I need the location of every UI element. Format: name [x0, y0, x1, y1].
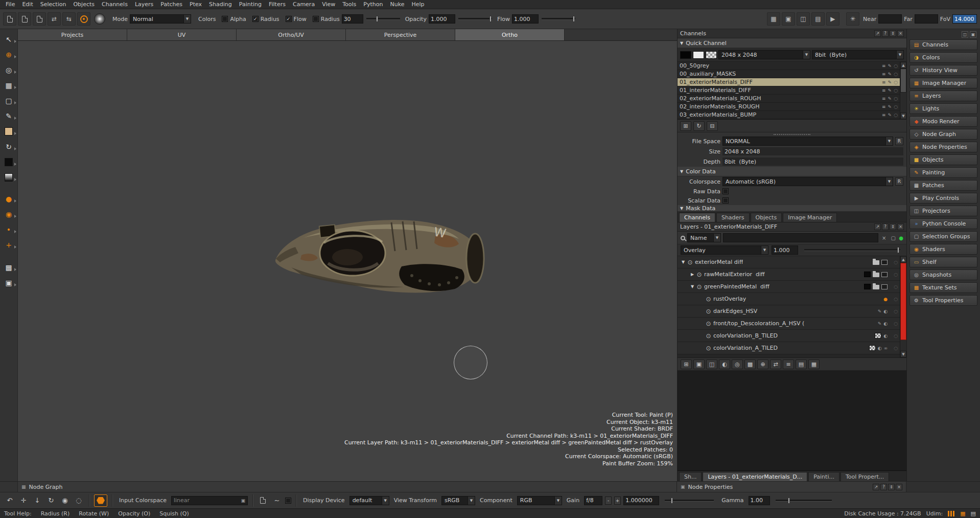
tab-channels[interactable]: Channels — [679, 213, 715, 222]
visibility-icon[interactable]: ⊙ — [695, 271, 703, 278]
edit-icon[interactable]: ✎ — [888, 63, 892, 69]
grid-view-icon[interactable]: ▦ — [808, 359, 820, 369]
add-layer-icon[interactable]: ⊞ — [681, 359, 692, 369]
menu-item-filters[interactable]: Filters — [265, 1, 289, 8]
tab-layers-panel[interactable]: Layers - 01_exteriorMaterials_D... — [703, 472, 807, 481]
cache-icon[interactable]: ◌ — [894, 104, 898, 109]
cache-icon[interactable]: ◌ — [894, 63, 898, 69]
panel-button-history-view[interactable]: ↺History View — [909, 65, 977, 76]
add-adjustment-icon[interactable]: ◐ — [719, 359, 730, 369]
visibility-icon[interactable]: ⊙ — [705, 320, 712, 327]
focus-view-icon[interactable]: ◉ — [59, 495, 71, 506]
resize-icon[interactable]: ⇕ — [890, 30, 896, 37]
tab-objects[interactable]: Objects — [751, 213, 782, 222]
cache-icon[interactable]: ◌ — [894, 309, 898, 314]
scroll-track[interactable] — [900, 69, 906, 112]
panel-button-play-controls[interactable]: ▶Play Controls — [909, 193, 977, 204]
list-icon[interactable]: ≡ — [882, 96, 886, 101]
opacity-slider[interactable] — [458, 18, 492, 20]
patch-grid-tool-icon[interactable]: ▦ — [3, 80, 14, 91]
tab-image-manager[interactable]: Image Manager — [783, 213, 837, 222]
curve-icon[interactable]: ~ — [271, 495, 283, 506]
panel-button-selection-groups[interactable]: ▢Selection Groups — [909, 231, 977, 242]
cache-icon[interactable]: ◌ — [894, 297, 898, 302]
visibility-icon[interactable]: ⊙ — [695, 283, 703, 290]
levels-icon[interactable]: ▦ — [960, 510, 965, 517]
layer-row[interactable]: ▶ ⊙ rawMetalExterior diff ◌ — [678, 268, 900, 281]
menu-item-objects[interactable]: Objects — [69, 1, 98, 8]
expander-icon[interactable]: ▼ — [689, 284, 695, 289]
collapse-icon[interactable]: ▼ — [680, 41, 683, 46]
color-data-section[interactable]: ▼ Color Data — [678, 167, 906, 176]
menu-item-layers[interactable]: Layers — [131, 1, 157, 8]
cache-icon[interactable]: ◌ — [894, 333, 898, 339]
extra-link-checkbox[interactable] — [313, 16, 319, 22]
swap-colors-icon[interactable]: ↻ — [3, 142, 14, 152]
edit-icon[interactable]: ✎ — [888, 80, 892, 85]
udim-grid-icon[interactable]: ▤ — [971, 510, 976, 517]
small-thumbs-icon[interactable]: ▤ — [796, 359, 807, 369]
menu-item-view[interactable]: View — [318, 1, 339, 8]
slider-handle[interactable] — [376, 16, 378, 22]
opacity-input[interactable] — [429, 14, 455, 24]
scroll-up-icon[interactable]: ▲ — [900, 256, 906, 263]
cache-icon[interactable]: ◌ — [894, 96, 898, 101]
file-space-dropdown[interactable]: NORMAL ▼ — [722, 137, 893, 146]
gamma-input[interactable] — [749, 496, 770, 505]
help-icon[interactable]: ? — [882, 223, 889, 230]
panel-button-shaders[interactable]: ◉Shaders — [909, 244, 977, 255]
channel-row[interactable]: 02_exteriorMaterials_ROUGH ≡ ✎ ◌ — [678, 95, 900, 103]
menu-item-camera[interactable]: Camera — [289, 1, 318, 8]
lut-icon[interactable] — [258, 495, 269, 506]
edit-icon[interactable]: ✎ — [888, 104, 892, 109]
tab-tool-properties[interactable]: Tool Propert... — [841, 472, 889, 481]
slider-handle[interactable] — [671, 498, 673, 504]
resize-icon[interactable]: ⇕ — [890, 223, 896, 230]
import-icon[interactable]: ⇄ — [48, 12, 61, 26]
filter-mode-dropdown[interactable]: Name ▼ — [687, 233, 721, 242]
edit-icon[interactable]: ✎ — [888, 96, 892, 101]
open-icon[interactable] — [18, 12, 31, 26]
list-icon[interactable]: ≡ — [882, 63, 886, 69]
float-panel-icon[interactable]: ◫ — [962, 31, 968, 38]
panel-button-image-manager[interactable]: ▦Image Manager — [909, 78, 977, 88]
panel-button-objects[interactable]: ■Objects — [909, 154, 977, 165]
menu-item-shading[interactable]: Shading — [205, 1, 236, 8]
visibility-icon[interactable]: ⊙ — [705, 296, 712, 303]
view-transform-dropdown[interactable]: sRGB ▼ — [441, 496, 475, 505]
menu-item-channels[interactable]: Channels — [98, 1, 131, 8]
edit-icon[interactable]: ✎ — [888, 112, 892, 118]
near-input[interactable] — [878, 14, 902, 24]
gradient-swatch[interactable] — [3, 172, 14, 183]
reset-button[interactable]: R — [895, 177, 903, 186]
cache-icon[interactable]: ◌ — [894, 260, 898, 265]
panel-button-modo-render[interactable]: ◆Modo Render — [909, 116, 977, 127]
menu-item-edit[interactable]: Edit — [18, 1, 36, 8]
duplicate-layer-icon[interactable]: ◫ — [706, 359, 717, 369]
layer-row[interactable]: ⊙ colorVariation_A_TILED ◐ ∞ ◌ — [678, 342, 900, 354]
cache-icon[interactable]: ◌ — [894, 321, 898, 326]
far-input[interactable] — [915, 14, 938, 24]
transfer-layer-icon[interactable]: ⇄ — [770, 359, 781, 369]
layer-row[interactable]: ⊙ rustOverlay ● ◌ — [678, 293, 900, 305]
panel-button-layers[interactable]: ≡Layers — [909, 91, 977, 101]
channel-scrollbar[interactable]: ▲ ▼ — [900, 62, 906, 119]
add-tool-icon[interactable]: + — [3, 240, 14, 250]
panel-button-node-properties[interactable]: ◈Node Properties — [909, 142, 977, 152]
visibility-icon[interactable]: ⊙ — [705, 308, 712, 315]
slider-handle[interactable] — [573, 16, 575, 22]
black-color-swatch[interactable] — [680, 51, 691, 59]
layer-row[interactable]: ⊙ front/top_Descoloration_A_HSV ( ✎ ◐ ◌ — [678, 318, 900, 330]
flow-input[interactable] — [512, 14, 539, 24]
viewport-tab-uv[interactable]: UV — [127, 29, 237, 40]
dock-panel-icon[interactable]: ▣ — [970, 31, 976, 38]
collapse-icon[interactable]: ▼ — [680, 169, 683, 174]
menu-item-nuke[interactable]: Nuke — [387, 1, 408, 8]
new-icon[interactable] — [3, 12, 16, 26]
reset-button[interactable]: R — [895, 137, 903, 145]
brush-tip-preview[interactable] — [94, 13, 105, 25]
collapse-icon[interactable]: ▼ — [680, 206, 683, 211]
list-icon[interactable]: ≡ — [882, 72, 886, 77]
list-icon[interactable]: ≡ — [882, 112, 886, 118]
detach-icon[interactable]: ↗ — [874, 223, 881, 230]
